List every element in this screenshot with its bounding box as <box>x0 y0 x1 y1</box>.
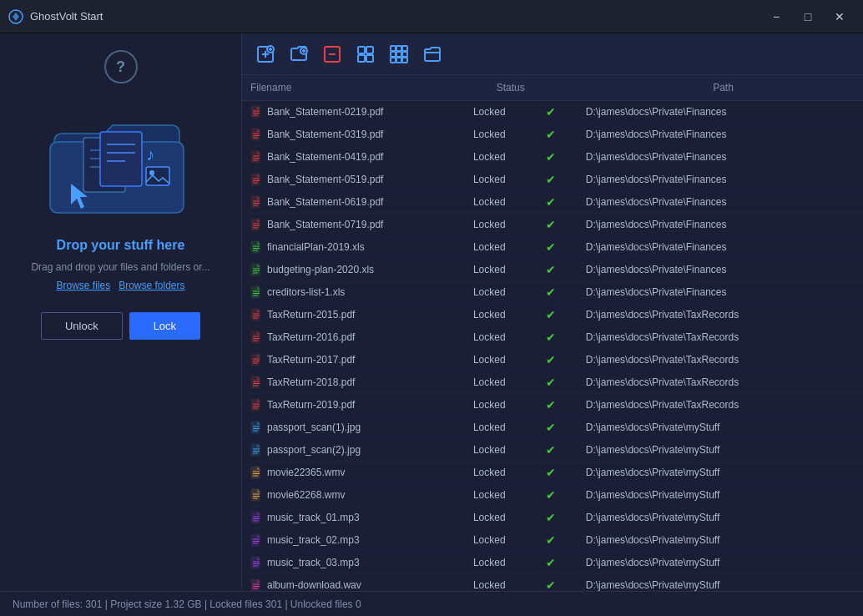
col-check <box>679 75 704 101</box>
add-files-button[interactable] <box>250 39 280 69</box>
table-row[interactable]: budgeting-plan-2020.xls Locked✔D:\james\… <box>242 259 863 281</box>
table-row[interactable]: music_track_02.mp3 Locked✔D:\james\docs\… <box>242 529 863 552</box>
svg-rect-25 <box>358 55 365 62</box>
table-row[interactable]: movie22365.wmv Locked✔D:\james\docs\Priv… <box>242 462 863 484</box>
app-icon <box>8 9 23 24</box>
table-row[interactable]: TaxReturn-2017.pdf Locked✔D:\james\docs\… <box>242 349 863 371</box>
remove-button[interactable] <box>317 39 347 69</box>
status-cell: Locked <box>465 394 537 417</box>
table-row[interactable]: TaxReturn-2016.pdf Locked✔D:\james\docs\… <box>242 326 863 349</box>
view-list-button[interactable] <box>351 39 381 69</box>
table-row[interactable]: passport_scan(1).jpg Locked✔D:\james\doc… <box>242 417 863 439</box>
file-name-cell: movie62268.wmv <box>242 484 465 507</box>
path-cell: D:\james\docs\Private\Finances <box>578 124 863 146</box>
browse-folders-link[interactable]: Browse folders <box>119 280 184 291</box>
browse-files-link[interactable]: Browse files <box>56 280 110 291</box>
drop-illustration: ♪ <box>38 100 204 225</box>
table-row[interactable]: album-download.wav Locked✔D:\james\docs\… <box>242 574 863 592</box>
check-icon: ✔ <box>546 466 556 479</box>
file-name-cell: passport_scan(2).jpg <box>242 439 465 462</box>
filename-text: TaxReturn-2015.pdf <box>267 309 355 321</box>
close-button[interactable]: ✕ <box>825 4 855 29</box>
check-icon: ✔ <box>546 285 556 299</box>
unlock-button[interactable]: Unlock <box>41 312 123 340</box>
check-cell: ✔ <box>537 169 578 191</box>
file-name-cell: music_track_03.mp3 <box>242 552 465 574</box>
col-path: Path <box>704 75 863 101</box>
status-cell: Locked <box>465 417 537 439</box>
filename-text: album-download.wav <box>267 579 361 591</box>
file-name-cell: Bank_Statement-0519.pdf <box>242 169 465 191</box>
check-icon: ✔ <box>546 128 556 141</box>
action-buttons: Unlock Lock <box>17 312 225 340</box>
file-icon <box>250 511 262 524</box>
table-row[interactable]: Bank_Statement-0219.pdf Locked✔D:\james\… <box>242 101 863 124</box>
file-table-scroll[interactable]: Bank_Statement-0219.pdf Locked✔D:\james\… <box>242 101 863 591</box>
filename-text: Bank_Statement-0219.pdf <box>267 106 383 118</box>
check-icon: ✔ <box>546 331 556 344</box>
table-row[interactable]: TaxReturn-2015.pdf Locked✔D:\james\docs\… <box>242 304 863 326</box>
file-table-body: Bank_Statement-0219.pdf Locked✔D:\james\… <box>242 101 863 591</box>
check-cell: ✔ <box>537 552 578 574</box>
check-icon: ✔ <box>546 308 556 321</box>
check-icon: ✔ <box>546 376 556 389</box>
status-cell: Locked <box>465 574 537 592</box>
svg-text:♪: ♪ <box>146 145 154 164</box>
check-cell: ✔ <box>537 394 578 417</box>
help-icon[interactable]: ? <box>104 50 138 83</box>
file-icon <box>250 533 262 547</box>
file-name-cell: movie22365.wmv <box>242 462 465 484</box>
file-icon <box>250 150 262 164</box>
statusbar: Number of files: 301 | Project size 1.32… <box>0 591 863 616</box>
table-row[interactable]: Bank_Statement-0319.pdf Locked✔D:\james\… <box>242 124 863 146</box>
path-cell: D:\james\docs\Private\Finances <box>578 191 863 214</box>
check-cell: ✔ <box>537 214 578 236</box>
table-row[interactable]: TaxReturn-2018.pdf Locked✔D:\james\docs\… <box>242 371 863 394</box>
table-row[interactable]: creditors-list-1.xls Locked✔D:\james\doc… <box>242 281 863 304</box>
path-cell: D:\james\docs\Private\TaxRecords <box>578 371 863 394</box>
drop-subtitle: Drag and drop your files and folders or.… <box>31 261 209 273</box>
check-cell: ✔ <box>537 146 578 169</box>
table-row[interactable]: Bank_Statement-0719.pdf Locked✔D:\james\… <box>242 214 863 236</box>
path-cell: D:\james\docs\Private\TaxRecords <box>578 349 863 371</box>
file-icon <box>250 218 262 231</box>
file-icon <box>250 443 262 457</box>
check-icon: ✔ <box>546 488 556 502</box>
titlebar-left: GhostVolt Start <box>8 9 103 24</box>
svg-rect-32 <box>402 52 407 57</box>
file-name-cell: budgeting-plan-2020.xls <box>242 259 465 281</box>
filename-text: creditors-list-1.xls <box>267 286 345 298</box>
minimize-button[interactable]: − <box>761 4 791 29</box>
status-cell: Locked <box>465 236 537 259</box>
file-icon <box>250 195 262 209</box>
lock-button[interactable]: Lock <box>129 312 200 340</box>
maximize-button[interactable]: □ <box>793 4 823 29</box>
open-folder-button[interactable] <box>417 39 447 69</box>
table-row[interactable]: music_track_01.mp3 Locked✔D:\james\docs\… <box>242 507 863 529</box>
table-row[interactable]: Bank_Statement-0619.pdf Locked✔D:\james\… <box>242 191 863 214</box>
filename-text: passport_scan(2).jpg <box>267 444 361 456</box>
filename-text: TaxReturn-2018.pdf <box>267 376 355 388</box>
svg-rect-33 <box>391 58 396 63</box>
table-row[interactable]: music_track_03.mp3 Locked✔D:\james\docs\… <box>242 552 863 574</box>
filename-text: movie22365.wmv <box>267 467 345 478</box>
status-cell: Locked <box>465 304 537 326</box>
table-row[interactable]: passport_scan(2).jpg Locked✔D:\james\doc… <box>242 439 863 462</box>
table-row[interactable]: TaxReturn-2019.pdf Locked✔D:\james\docs\… <box>242 394 863 417</box>
check-icon: ✔ <box>546 240 556 254</box>
path-cell: D:\james\docs\Private\Finances <box>578 281 863 304</box>
table-row[interactable]: Bank_Statement-0519.pdf Locked✔D:\james\… <box>242 169 863 191</box>
statusbar-text: Number of files: 301 | Project size 1.32… <box>13 598 361 610</box>
svg-rect-26 <box>366 55 373 62</box>
filename-text: music_track_03.mp3 <box>267 557 360 568</box>
add-folder-button[interactable] <box>284 39 314 69</box>
check-cell: ✔ <box>537 484 578 507</box>
table-row[interactable]: movie62268.wmv Locked✔D:\james\docs\Priv… <box>242 484 863 507</box>
table-row[interactable]: Bank_Statement-0419.pdf Locked✔D:\james\… <box>242 146 863 169</box>
view-grid-button[interactable] <box>384 39 414 69</box>
check-icon: ✔ <box>546 353 556 366</box>
status-cell: Locked <box>465 169 537 191</box>
path-cell: D:\james\docs\Private\Finances <box>578 101 863 124</box>
table-row[interactable]: financialPlan-2019.xls Locked✔D:\james\d… <box>242 236 863 259</box>
status-cell: Locked <box>465 529 537 552</box>
